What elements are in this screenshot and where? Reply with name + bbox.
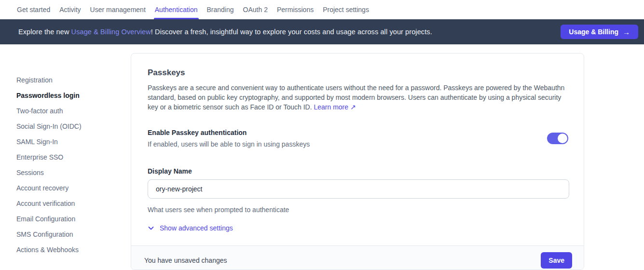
sidebar-item-email-configuration[interactable]: Email Configuration xyxy=(16,211,131,227)
sidebar-item-account-verification[interactable]: Account verification xyxy=(16,196,131,211)
tab-user-management[interactable]: User management xyxy=(90,0,146,19)
usage-billing-banner: Explore the new Usage & Billing Overview… xyxy=(0,19,644,44)
external-link-arrow-icon: ↗ xyxy=(350,103,356,111)
unsaved-changes-status: You have unsaved changes xyxy=(144,256,227,264)
sidebar-item-sms-configuration[interactable]: SMS Configuration xyxy=(16,227,131,242)
enable-passkey-labels: Enable Passkey authentication If enabled… xyxy=(148,128,310,149)
save-bar: You have unsaved changes Save xyxy=(131,245,584,270)
usage-billing-button[interactable]: Usage & Billing → xyxy=(561,25,638,39)
chevron-down-icon xyxy=(148,225,154,231)
sidebar-item-two-factor-auth[interactable]: Two-factor auth xyxy=(16,103,131,119)
show-advanced-settings-label: Show advanced settings xyxy=(160,224,233,232)
tab-activity[interactable]: Activity xyxy=(59,0,81,19)
arrow-right-icon: → xyxy=(623,28,630,36)
toggle-knob xyxy=(558,134,567,143)
tab-oauth2[interactable]: OAuth 2 xyxy=(243,0,268,19)
banner-text-suffix: ! Discover a fresh, insightful way to ex… xyxy=(151,28,432,36)
display-name-input[interactable] xyxy=(148,179,569,199)
display-name-label: Display Name xyxy=(148,167,568,175)
tab-project-settings[interactable]: Project settings xyxy=(323,0,369,19)
sidebar-item-account-recovery[interactable]: Account recovery xyxy=(16,180,131,196)
usage-billing-button-label: Usage & Billing xyxy=(569,28,618,36)
tab-get-started[interactable]: Get started xyxy=(17,0,50,19)
learn-more-label: Learn more xyxy=(314,103,348,111)
passkeys-description-text: Passkeys are a secure and convenient way… xyxy=(148,84,564,111)
usage-billing-overview-link[interactable]: Usage & Billing Overview xyxy=(71,28,151,36)
banner-text-prefix: Explore the new xyxy=(18,28,71,36)
page-title: Passkeys xyxy=(148,68,568,78)
enable-passkey-help: If enabled, users will be able to sign i… xyxy=(148,139,310,149)
enable-passkey-label: Enable Passkey authentication xyxy=(148,128,310,137)
sidebar-item-passwordless-login[interactable]: Passwordless login xyxy=(16,88,131,103)
passkeys-description: Passkeys are a secure and convenient way… xyxy=(148,83,568,112)
sidebar-item-social-sign-in[interactable]: Social Sign-In (OIDC) xyxy=(16,119,131,134)
enable-passkey-row: Enable Passkey authentication If enabled… xyxy=(148,128,568,149)
show-advanced-settings[interactable]: Show advanced settings xyxy=(148,224,233,232)
sidebar-item-saml-sign-in[interactable]: SAML Sign-In xyxy=(16,134,131,149)
learn-more-link[interactable]: Learn more ↗ xyxy=(314,103,356,111)
tab-authentication[interactable]: Authentication xyxy=(155,0,198,19)
banner-message: Explore the new Usage & Billing Overview… xyxy=(18,28,432,36)
save-button[interactable]: Save xyxy=(541,252,572,269)
display-name-field: Display Name What users see when prompte… xyxy=(148,167,568,214)
passkey-toggle[interactable] xyxy=(547,133,568,144)
tab-permissions[interactable]: Permissions xyxy=(277,0,314,19)
top-navigation: Get started Activity User management Aut… xyxy=(0,0,644,19)
sidebar-item-sessions[interactable]: Sessions xyxy=(16,165,131,180)
tab-branding[interactable]: Branding xyxy=(207,0,234,19)
display-name-help: What users see when prompted to authenti… xyxy=(148,206,568,214)
sidebar-item-enterprise-sso[interactable]: Enterprise SSO xyxy=(16,149,131,165)
content-area: Registration Passwordless login Two-fact… xyxy=(0,44,644,270)
passkeys-settings-card: Passkeys Passkeys are a secure and conve… xyxy=(131,53,584,270)
sidebar-item-registration[interactable]: Registration xyxy=(16,72,131,88)
sidebar-item-actions-webhooks[interactable]: Actions & Webhooks xyxy=(16,242,131,257)
settings-sidebar: Registration Passwordless login Two-fact… xyxy=(0,44,131,257)
